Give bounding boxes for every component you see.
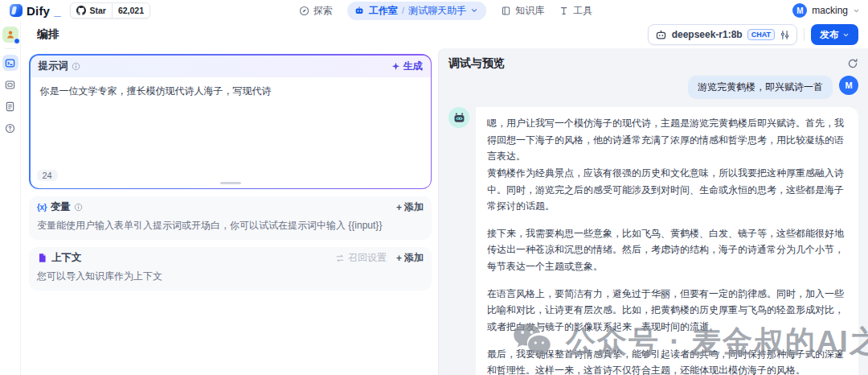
main-navigation: 探索 工作室 / 测试聊天助手 知识库 工具 — [299, 0, 592, 21]
github-star-count: 62,021 — [113, 3, 149, 18]
nav-item-knowledge[interactable]: 知识库 — [501, 4, 544, 18]
sidebar-item-help[interactable] — [2, 120, 18, 136]
debug-panel-title: 调试与预览 — [448, 56, 505, 71]
robot-icon — [354, 5, 365, 16]
ai-paragraph: 在语言风格上，要简洁有力，避免过于华丽，但要有一定的韵律感。同时，加入一些比喻和… — [487, 286, 847, 336]
generate-button[interactable]: 生成 — [391, 60, 423, 73]
app-avatar-badge — [14, 38, 20, 44]
user-menu[interactable]: M macking — [792, 3, 860, 18]
debug-preview-panel: 调试与预览 游览完黄鹤楼，即兴赋诗一首 M — [438, 48, 868, 375]
explore-compass-icon — [299, 6, 309, 16]
variables-header: {x} 变量 + 添加 — [29, 196, 432, 218]
dify-logo[interactable]: Dify_ — [10, 4, 60, 18]
app-sidebar — [0, 21, 21, 375]
nav-app-name[interactable]: 测试聊天助手 — [408, 4, 466, 18]
prompt-card: 提示词 生成 你是一位文学专家，擅长模仿现代诗人海子，写现代诗 24 — [31, 56, 431, 188]
info-icon — [74, 203, 83, 212]
debug-panel-header: 调试与预览 — [448, 56, 858, 71]
prompt-card-header: 提示词 生成 — [31, 56, 431, 77]
recall-settings-button[interactable]: 召回设置 — [335, 251, 387, 265]
model-settings-icon[interactable] — [780, 30, 790, 40]
prompt-editor[interactable]: 你是一位文学专家，擅长模仿现代诗人海子，写现代诗 — [31, 77, 431, 167]
breadcrumb-separator: / — [402, 6, 404, 15]
sidebar-item-logs[interactable] — [2, 98, 18, 114]
top-navbar: Dify_ Star 62,021 探索 工作室 / 测试聊天助手 — [0, 0, 868, 21]
model-name: deepseek-r1:8b — [672, 29, 743, 40]
chat-area: 游览完黄鹤楼，即兴赋诗一首 M 嗯，用户让我写一个模仿海子的现代诗，主题是游览完… — [448, 76, 858, 375]
dify-app-window: Dify_ Star 62,021 探索 工作室 / 测试聊天助手 — [0, 0, 868, 375]
user-avatar: M — [839, 76, 858, 95]
prompt-card-border: 提示词 生成 你是一位文学专家，擅长模仿现代诗人海子，写现代诗 24 — [29, 54, 432, 189]
github-star-badge[interactable]: Star 62,021 — [70, 2, 150, 19]
user-avatar[interactable]: M — [792, 3, 807, 18]
info-icon — [72, 62, 80, 71]
orchestrate-terminal-icon — [5, 58, 15, 68]
user-name: macking — [812, 5, 848, 16]
user-message-row: 游览完黄鹤楼，即兴赋诗一首 M — [448, 76, 858, 99]
tools-icon — [559, 6, 569, 16]
ai-paragraph: 黄鹤楼作为经典景点，应该有很强的历史和文化意味，所以我要把这种厚重感融入诗中。同… — [487, 165, 847, 215]
recall-settings-label: 召回设置 — [348, 251, 387, 265]
dify-logo-icon — [10, 4, 23, 17]
chevron-down-icon[interactable] — [470, 6, 478, 14]
sidebar-item-api[interactable] — [2, 76, 18, 93]
api-window-icon — [5, 80, 15, 90]
studio-breadcrumb[interactable]: 工作室 / 测试聊天助手 — [347, 2, 486, 20]
variables-title: 变量 — [51, 200, 71, 214]
add-variable-button[interactable]: + 添加 — [396, 200, 424, 214]
variables-description: 变量能使用户输入表单引入提示词或开场白，你可以试试在提示词中输入 {{input… — [29, 218, 432, 234]
logs-document-icon — [5, 101, 15, 112]
sidebar-divider — [5, 48, 16, 49]
sparkle-icon — [391, 62, 400, 71]
nav-item-explore[interactable]: 探索 — [299, 4, 333, 18]
model-provider-icon — [655, 29, 667, 41]
dify-logo-underscore: _ — [54, 4, 60, 18]
add-context-button[interactable]: + 添加 — [396, 251, 424, 265]
toolbar-divider — [804, 28, 805, 41]
publish-label: 发布 — [820, 28, 839, 42]
context-header: 上下文 召回设置 + 添加 — [29, 247, 432, 269]
github-star-segment: Star — [71, 3, 111, 18]
navbar-left: Dify_ Star 62,021 — [10, 2, 150, 19]
context-section: 上下文 召回设置 + 添加 — [29, 247, 432, 291]
variables-section: {x} 变量 + 添加 变量能使用户输入表单引入提示词或开场白，你可以试试在提示… — [29, 196, 432, 240]
plus-icon: + — [396, 253, 402, 264]
github-icon — [76, 6, 86, 15]
page-title: 编排 — [37, 27, 59, 42]
nav-tools-label: 工具 — [573, 4, 592, 18]
nav-knowledge-label: 知识库 — [515, 4, 544, 18]
robot-face-icon — [452, 111, 466, 125]
resize-handle[interactable] — [220, 182, 241, 184]
context-description: 您可以导入知识库作为上下文 — [29, 269, 432, 285]
ai-message-row: 嗯，用户让我写一个模仿海子的现代诗，主题是游览完黄鹤楼后即兴赋诗。首先，我得回想… — [448, 107, 858, 375]
add-variable-label: 添加 — [404, 200, 424, 214]
app-avatar[interactable] — [2, 27, 18, 43]
knowledge-book-icon — [501, 6, 511, 16]
ai-robot-avatar — [448, 107, 469, 128]
publish-button[interactable]: 发布 — [811, 24, 858, 45]
prompt-title: 提示词 — [39, 60, 69, 73]
plus-icon: + — [396, 202, 402, 213]
variable-icon: {x} — [37, 203, 47, 212]
user-message-bubble: 游览完黄鹤楼，即兴赋诗一首 — [688, 76, 833, 99]
app-header: 编排 deepseek-r1:8b CHAT 发布 — [21, 21, 868, 48]
dify-logo-text: Dify — [27, 4, 50, 18]
restart-conversation-icon[interactable] — [847, 58, 858, 69]
orchestrate-panel: 提示词 生成 你是一位文学专家，擅长模仿现代诗人海子，写现代诗 24 — [21, 48, 438, 375]
swap-arrows-icon — [335, 253, 345, 263]
prompt-card-footer: 24 — [31, 167, 431, 188]
sidebar-item-orchestrate[interactable] — [2, 55, 18, 71]
nav-studio-label[interactable]: 工作室 — [369, 4, 398, 18]
char-count-badge: 24 — [37, 170, 58, 181]
context-title: 上下文 — [51, 251, 82, 265]
model-mode-badge: CHAT — [747, 29, 775, 40]
add-context-label: 添加 — [404, 251, 424, 265]
ai-paragraph: 接下来，我需要构思一些意象，比如飞鸟、黄鹤楼、白发、镜子等，这些都能很好地传达出… — [487, 225, 847, 275]
chevron-down-icon — [853, 7, 860, 14]
chevron-down-icon — [842, 31, 850, 39]
ai-paragraph: 嗯，用户让我写一个模仿海子的现代诗，主题是游览完黄鹤楼后即兴赋诗。首先，我得回想… — [487, 115, 847, 165]
help-circle-icon — [5, 123, 15, 134]
nav-item-tools[interactable]: 工具 — [559, 4, 592, 18]
github-star-label: Star — [89, 6, 105, 15]
model-selector[interactable]: deepseek-r1:8b CHAT — [648, 24, 797, 45]
